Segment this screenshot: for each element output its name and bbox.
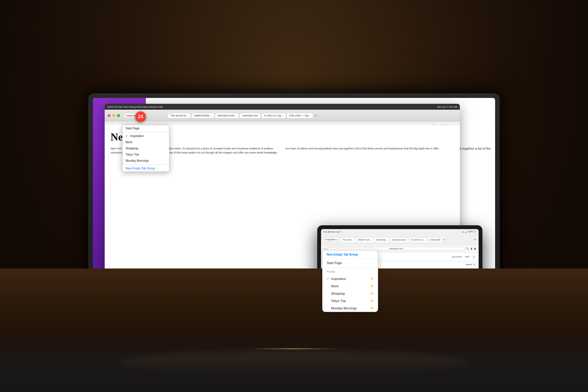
safari-tab[interactable]: 6 12hrs in Cop... bbox=[261, 113, 286, 118]
safari-tab[interactable]: The secret to... bbox=[168, 113, 191, 118]
mac-status-bar: Safari File Edit View History Bookmarks … bbox=[105, 104, 460, 110]
notification-badge: 24 bbox=[135, 111, 146, 122]
search-icon: 🔍 bbox=[473, 263, 476, 266]
safari-tab[interactable]: monocle.com bbox=[240, 113, 261, 118]
dropdown-item-work[interactable]: Work bbox=[123, 139, 169, 145]
safari-tab[interactable]: Interview Amb... bbox=[215, 113, 239, 118]
dropdown-item-newgroup[interactable]: New Empty Tab Group bbox=[123, 165, 169, 171]
folder-icon: 📁 bbox=[370, 299, 374, 302]
macbook-pencil bbox=[250, 348, 338, 349]
dropdown-ipad-tokyotrip[interactable]: ✓ Tokyo Trip 📁 bbox=[323, 297, 378, 304]
ipad-toolbar-actions: ••• bbox=[474, 238, 476, 241]
dropdown-divider bbox=[123, 132, 169, 132]
safari-mac-tabs: The secret to... AtelierSchein... Interv… bbox=[144, 113, 457, 118]
ipad-tab[interactable]: ICELAND bbox=[428, 237, 442, 242]
ipad-add-tab[interactable]: + bbox=[444, 238, 445, 241]
tab-group-dropdown-ipad[interactable]: New Empty Tab Group Start Page Private ✓… bbox=[322, 250, 378, 312]
add-tab-button[interactable]: + bbox=[315, 114, 317, 118]
ipad-tabs: The secr... Atelier Sch... Interview... … bbox=[340, 237, 473, 242]
ipad-safari-bar: Inspiration ▾ The secr... Atelier Sch...… bbox=[321, 234, 479, 245]
ipad-tab[interactable]: 6 12hrs in C... bbox=[409, 237, 427, 242]
dropdown-divider bbox=[323, 268, 378, 268]
maximize-button[interactable] bbox=[117, 114, 120, 117]
dropdown-item-inspiration[interactable]: Inspiration bbox=[123, 133, 169, 139]
dropdown-divider bbox=[123, 164, 169, 165]
dropdown-ipad-shopping[interactable]: ✓ Shopping 📁 bbox=[323, 290, 378, 297]
ipad-tab[interactable]: monocle.com bbox=[390, 237, 408, 242]
chevron-down-icon: ▾ bbox=[337, 238, 338, 241]
ipad-tab[interactable]: Interview... bbox=[374, 237, 390, 242]
ipad-status-right: ••• ▲ 100% 🔋 bbox=[462, 231, 476, 233]
ipad-share-icon[interactable]: ⬆ bbox=[470, 247, 473, 250]
folder-icon: 📁 bbox=[370, 277, 374, 280]
folder-icon: 📁 bbox=[370, 285, 374, 288]
ipad-tab[interactable]: The secr... bbox=[340, 237, 355, 242]
nav-account[interactable]: ACCOUNT bbox=[452, 256, 462, 258]
dropdown-ipad-header: New Empty Tab Group bbox=[323, 251, 378, 259]
dropdown-ipad-private-label: Private bbox=[323, 268, 378, 275]
dropdown-item-shopping[interactable]: Shopping bbox=[123, 145, 169, 151]
dropdown-item-tokyotrip[interactable]: Tokyo Trip bbox=[123, 151, 169, 158]
ipad-more-icon[interactable]: ••• bbox=[474, 238, 476, 241]
ipad-tab[interactable]: Atelier Sch... bbox=[356, 237, 373, 242]
ipad-status-bar: 9:41 AM Mon Jun 7 ••• ▲ 100% 🔋 bbox=[321, 229, 479, 234]
safari-tab[interactable]: ICELAND — Op... bbox=[287, 113, 313, 118]
folder-icon: 📁 bbox=[370, 307, 374, 310]
ipad-tab-group-button[interactable]: Inspiration ▾ bbox=[323, 237, 339, 242]
ipad-back-button[interactable]: ‹ bbox=[323, 247, 324, 250]
close-button[interactable] bbox=[108, 114, 111, 117]
nav-cart[interactable]: 🛒 bbox=[472, 256, 476, 258]
check-icon: ✓ bbox=[327, 277, 329, 281]
ipad-bookmark-icon[interactable]: ⊞ bbox=[474, 247, 476, 250]
safari-tab[interactable]: AtelierSchein... bbox=[191, 113, 215, 118]
signal-icon: ••• bbox=[462, 231, 464, 233]
safari-mac-titlebar: Inspiration ▾ The secret to... AtelierSc… bbox=[105, 110, 460, 121]
subnav-search[interactable]: Search 🔍 bbox=[466, 263, 476, 266]
dropdown-item-startpage[interactable]: Start Page bbox=[123, 125, 169, 131]
dropdown-ipad-inspiration[interactable]: ✓ Inspiration 📁 bbox=[323, 275, 378, 282]
ipad-forward-button[interactable]: › bbox=[325, 247, 326, 250]
dropdown-ipad-mondaymornings[interactable]: ✓ Monday Mornings 📁 bbox=[323, 304, 378, 312]
wifi-icon: ▲ bbox=[465, 231, 467, 233]
dropdown-ipad-startpage[interactable]: Start Page bbox=[323, 259, 378, 267]
folder-icon: 📁 bbox=[370, 292, 374, 295]
tab-group-dropdown-mac[interactable]: Start Page Inspiration Work Shopping Tok… bbox=[122, 125, 169, 172]
minimize-button[interactable] bbox=[112, 114, 115, 117]
dropdown-item-mondaymornings[interactable]: Monday Mornings bbox=[123, 158, 169, 164]
ipad-search-icon[interactable]: 🔍 bbox=[466, 247, 469, 250]
dropdown-ipad-work[interactable]: ✓ Work 📁 bbox=[323, 282, 378, 290]
nav-grp[interactable]: GRP bbox=[465, 256, 470, 258]
macbook-reflection bbox=[118, 351, 470, 374]
